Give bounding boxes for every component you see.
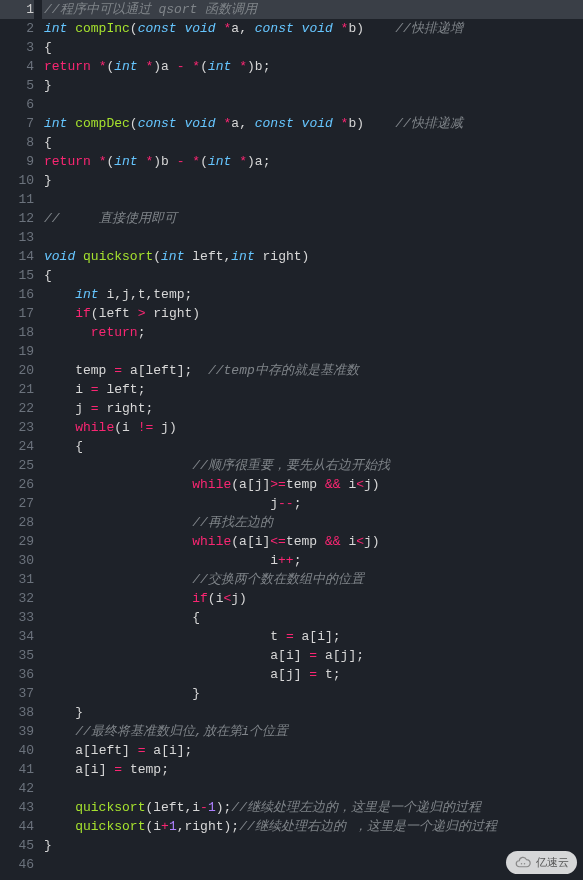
- code-line[interactable]: quicksort(i+1,right);//继续处理右边的 ，这里是一个递归的…: [42, 817, 583, 836]
- code-line[interactable]: //程序中可以通过 qsort 函数调用: [42, 0, 583, 19]
- line-number: 41: [0, 760, 34, 779]
- line-number: 31: [0, 570, 34, 589]
- cloud-icon: [514, 854, 532, 872]
- code-line[interactable]: {: [42, 266, 583, 285]
- line-number: 43: [0, 798, 34, 817]
- line-number: 16: [0, 285, 34, 304]
- line-number: 24: [0, 437, 34, 456]
- code-line[interactable]: a[left] = a[i];: [42, 741, 583, 760]
- code-line[interactable]: //再找左边的: [42, 513, 583, 532]
- line-number: 9: [0, 152, 34, 171]
- code-line[interactable]: i++;: [42, 551, 583, 570]
- line-number: 38: [0, 703, 34, 722]
- line-number: 19: [0, 342, 34, 361]
- line-number: 15: [0, 266, 34, 285]
- line-number: 34: [0, 627, 34, 646]
- code-line[interactable]: void quicksort(int left,int right): [42, 247, 583, 266]
- line-number: 45: [0, 836, 34, 855]
- code-line[interactable]: a[i] = a[j];: [42, 646, 583, 665]
- line-number: 10: [0, 171, 34, 190]
- code-line[interactable]: t = a[i];: [42, 627, 583, 646]
- code-line[interactable]: if(left > right): [42, 304, 583, 323]
- code-line[interactable]: [42, 779, 583, 798]
- line-number: 42: [0, 779, 34, 798]
- line-number-gutter: 1234567891011121314151617181920212223242…: [0, 0, 42, 874]
- line-number: 33: [0, 608, 34, 627]
- code-line[interactable]: }: [42, 703, 583, 722]
- code-line[interactable]: while(a[i]<=temp && i<j): [42, 532, 583, 551]
- line-number: 21: [0, 380, 34, 399]
- code-line[interactable]: }: [42, 836, 583, 855]
- line-number: 30: [0, 551, 34, 570]
- line-number: 14: [0, 247, 34, 266]
- code-line[interactable]: [42, 190, 583, 209]
- code-line[interactable]: // 直接使用即可: [42, 209, 583, 228]
- line-number: 35: [0, 646, 34, 665]
- line-number: 39: [0, 722, 34, 741]
- watermark-badge: 亿速云: [506, 851, 577, 874]
- code-line[interactable]: //顺序很重要，要先从右边开始找: [42, 456, 583, 475]
- line-number: 28: [0, 513, 34, 532]
- line-number: 46: [0, 855, 34, 874]
- code-line[interactable]: a[i] = temp;: [42, 760, 583, 779]
- code-line[interactable]: if(i<j): [42, 589, 583, 608]
- line-number: 18: [0, 323, 34, 342]
- line-number: 27: [0, 494, 34, 513]
- code-line[interactable]: {: [42, 38, 583, 57]
- line-number: 22: [0, 399, 34, 418]
- line-number: 36: [0, 665, 34, 684]
- line-number: 20: [0, 361, 34, 380]
- code-editor[interactable]: 1234567891011121314151617181920212223242…: [0, 0, 583, 874]
- watermark-text: 亿速云: [536, 853, 569, 872]
- code-area[interactable]: //程序中可以通过 qsort 函数调用int compInc(const vo…: [42, 0, 583, 874]
- code-line[interactable]: j--;: [42, 494, 583, 513]
- line-number: 8: [0, 133, 34, 152]
- code-line[interactable]: return;: [42, 323, 583, 342]
- code-line[interactable]: [42, 855, 583, 874]
- line-number: 40: [0, 741, 34, 760]
- code-line[interactable]: [42, 342, 583, 361]
- svg-point-0: [521, 863, 523, 865]
- line-number: 6: [0, 95, 34, 114]
- line-number: 29: [0, 532, 34, 551]
- line-number: 1: [0, 0, 34, 19]
- code-line[interactable]: i = left;: [42, 380, 583, 399]
- line-number: 5: [0, 76, 34, 95]
- line-number: 3: [0, 38, 34, 57]
- code-line[interactable]: a[j] = t;: [42, 665, 583, 684]
- code-line[interactable]: quicksort(left,i-1);//继续处理左边的，这里是一个递归的过程: [42, 798, 583, 817]
- line-number: 17: [0, 304, 34, 323]
- line-number: 13: [0, 228, 34, 247]
- code-line[interactable]: [42, 228, 583, 247]
- code-line[interactable]: }: [42, 684, 583, 703]
- line-number: 37: [0, 684, 34, 703]
- code-line[interactable]: while(a[j]>=temp && i<j): [42, 475, 583, 494]
- line-number: 25: [0, 456, 34, 475]
- code-line[interactable]: int compInc(const void *a, const void *b…: [42, 19, 583, 38]
- code-line[interactable]: [42, 95, 583, 114]
- code-line[interactable]: {: [42, 437, 583, 456]
- line-number: 32: [0, 589, 34, 608]
- line-number: 26: [0, 475, 34, 494]
- line-number: 12: [0, 209, 34, 228]
- line-number: 11: [0, 190, 34, 209]
- code-line[interactable]: int i,j,t,temp;: [42, 285, 583, 304]
- line-number: 2: [0, 19, 34, 38]
- code-line[interactable]: int compDec(const void *a, const void *b…: [42, 114, 583, 133]
- code-line[interactable]: return *(int *)a - *(int *)b;: [42, 57, 583, 76]
- code-line[interactable]: }: [42, 171, 583, 190]
- code-line[interactable]: temp = a[left]; //temp中存的就是基准数: [42, 361, 583, 380]
- code-line[interactable]: return *(int *)b - *(int *)a;: [42, 152, 583, 171]
- code-line[interactable]: {: [42, 608, 583, 627]
- code-line[interactable]: }: [42, 76, 583, 95]
- code-line[interactable]: {: [42, 133, 583, 152]
- line-number: 4: [0, 57, 34, 76]
- code-line[interactable]: j = right;: [42, 399, 583, 418]
- code-line[interactable]: //交换两个数在数组中的位置: [42, 570, 583, 589]
- line-number: 23: [0, 418, 34, 437]
- code-line[interactable]: while(i != j): [42, 418, 583, 437]
- line-number: 44: [0, 817, 34, 836]
- line-number: 7: [0, 114, 34, 133]
- code-line[interactable]: //最终将基准数归位,放在第i个位置: [42, 722, 583, 741]
- svg-point-1: [524, 863, 526, 865]
